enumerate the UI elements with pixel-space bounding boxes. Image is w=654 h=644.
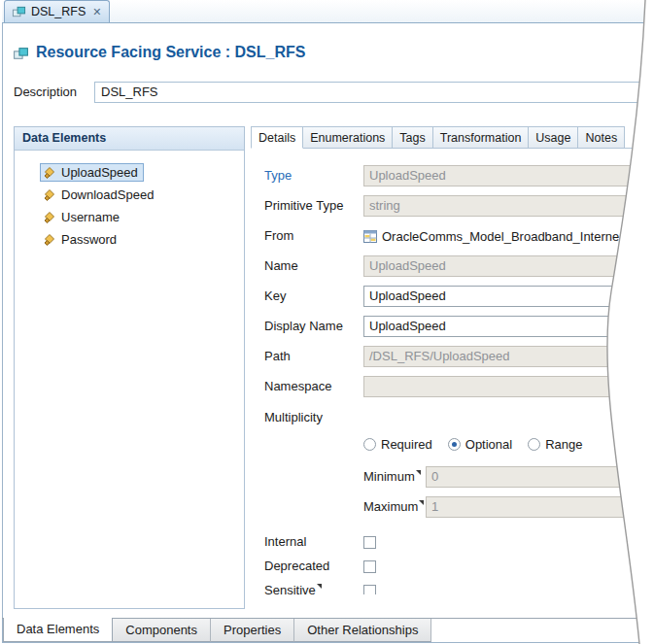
bottom-tab-properties[interactable]: Properties [211, 619, 294, 642]
tree-item-label: Username [61, 210, 120, 224]
tree-item-label: DownloadSpeed [61, 187, 154, 202]
tree-item-password[interactable]: Password [15, 228, 244, 251]
radio-range[interactable]: Range [528, 437, 582, 452]
details-form: Type UploadSpeed Primitive Type string F… [251, 148, 646, 594]
radio-optional[interactable]: Optional [448, 437, 512, 452]
internal-label: Internal [264, 533, 306, 551]
tab-transformation[interactable]: Transformation [433, 126, 530, 149]
tab-tags[interactable]: Tags [393, 126, 432, 149]
path-field: /DSL_RFS/UploadSpeed [363, 346, 646, 367]
data-element-icon [43, 233, 56, 247]
type-field: UploadSpeed [363, 165, 646, 186]
path-label: Path [264, 346, 291, 367]
sensitive-checkbox[interactable] [363, 585, 376, 594]
design-studio-editor: DSL_RFS ✕ Resource Facing Service : DSL_… [0, 0, 654, 644]
from-value-row: OracleComms_Model_Broadband_Interne [363, 225, 619, 247]
editor-tab-dsl-rfs[interactable]: DSL_RFS ✕ [4, 0, 110, 22]
advanced-marker-icon [416, 470, 421, 475]
tab-notes[interactable]: Notes [578, 126, 625, 149]
radio-range-icon[interactable] [528, 438, 540, 451]
deprecated-checkbox[interactable] [363, 560, 376, 573]
tab-enumerations[interactable]: Enumerations [303, 126, 393, 149]
close-icon[interactable]: ✕ [92, 6, 101, 18]
model-table-icon [363, 230, 377, 243]
name-field: UploadSpeed [363, 255, 646, 277]
sensitive-label: Sensitive [264, 582, 322, 594]
data-element-icon [43, 166, 56, 180]
description-value: DSL_RFS [101, 85, 158, 99]
editor-tab-label: DSL_RFS [31, 5, 86, 18]
description-label: Description [14, 82, 77, 103]
description-input[interactable]: DSL_RFS [94, 82, 646, 103]
key-input[interactable]: UploadSpeed [363, 286, 646, 307]
tree-item-downloadspeed[interactable]: DownloadSpeed [15, 184, 244, 206]
radio-required[interactable]: Required [363, 437, 432, 452]
tab-usage[interactable]: Usage [529, 126, 578, 149]
display-name-label: Display Name [264, 316, 343, 337]
data-element-icon [43, 188, 56, 202]
editor-tab-bar: DSL_RFS ✕ [2, 0, 654, 23]
data-elements-tree: UploadSpeed DownloadSpeed [15, 151, 244, 251]
maximum-field: 1 [426, 496, 642, 518]
multiplicity-label: Multiplicity [264, 407, 323, 428]
page-title: Resource Facing Service : DSL_RFS [36, 44, 305, 61]
advanced-marker-icon [317, 584, 322, 589]
data-elements-panel-title: Data Elements [15, 127, 244, 151]
deprecated-label: Deprecated [264, 558, 329, 575]
from-value: OracleComms_Model_Broadband_Interne [382, 229, 619, 244]
service-icon [12, 5, 26, 19]
radio-required-icon[interactable] [363, 438, 376, 451]
primitive-type-label: Primitive Type [264, 195, 343, 217]
internal-checkbox[interactable] [363, 536, 376, 549]
tab-details[interactable]: Details [251, 126, 303, 149]
maximum-label: Maximum [363, 496, 424, 518]
data-elements-panel: Data Elements UploadSpeed [14, 126, 245, 609]
namespace-label: Namespace [264, 376, 331, 397]
radio-optional-icon[interactable] [448, 438, 461, 451]
tree-item-username[interactable]: Username [15, 206, 244, 228]
tree-item-label: Password [61, 232, 117, 247]
type-link[interactable]: Type [264, 165, 292, 186]
detail-tab-bar: Details Enumerations Tags Transformation… [251, 126, 625, 149]
minimum-field: 0 [426, 466, 642, 488]
resource-facing-service-icon [13, 46, 29, 65]
primitive-type-field: string [363, 195, 646, 217]
multiplicity-radio-group: Required Optional Range [363, 436, 583, 452]
bottom-tab-data-elements[interactable]: Data Elements [3, 618, 113, 642]
name-label: Name [264, 255, 298, 277]
from-label: From [264, 225, 293, 247]
tree-item-label: UploadSpeed [61, 165, 138, 180]
namespace-field [363, 376, 646, 397]
key-label: Key [264, 286, 286, 307]
tree-item-uploadspeed[interactable]: UploadSpeed [15, 161, 244, 184]
bottom-tab-bar: Data Elements Components Properties Othe… [3, 619, 431, 642]
data-element-icon [43, 211, 56, 224]
minimum-label: Minimum [363, 466, 421, 488]
bottom-tab-components[interactable]: Components [113, 619, 211, 642]
display-name-input[interactable]: UploadSpeed [363, 316, 646, 337]
advanced-marker-icon [419, 500, 424, 505]
bottom-tab-other-relationships[interactable]: Other Relationships [294, 619, 431, 642]
